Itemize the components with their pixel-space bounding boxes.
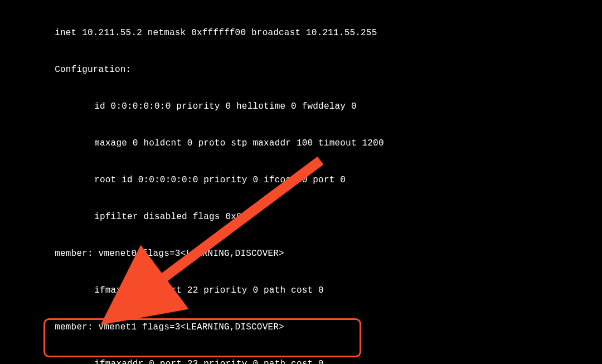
output-line: ifmaxaddr 0 port 23 priority 0 path cost… [3, 358, 599, 364]
output-line: id 0:0:0:0:0:0 priority 0 hellotime 0 fw… [3, 100, 599, 113]
output-line: maxage 0 holdcnt 0 proto stp maxaddr 100… [3, 137, 599, 149]
output-line: inet 10.211.55.2 netmask 0xffffff00 broa… [3, 27, 599, 39]
output-line: member: vmenet1 flags=3<LEARNING,DISCOVE… [3, 321, 599, 333]
output-line: root id 0:0:0:0:0:0 priority 0 ifcost 0 … [3, 174, 599, 186]
terminal[interactable]: inet 10.211.55.2 netmask 0xffffff00 broa… [0, 0, 602, 364]
output-line: Configuration: [3, 64, 599, 76]
output-line: ifmaxaddr 0 port 22 priority 0 path cost… [3, 284, 599, 297]
output-line: member: vmenet0 flags=3<LEARNING,DISCOVE… [3, 247, 599, 260]
output-line: ipfilter disabled flags 0x0 [3, 211, 599, 223]
